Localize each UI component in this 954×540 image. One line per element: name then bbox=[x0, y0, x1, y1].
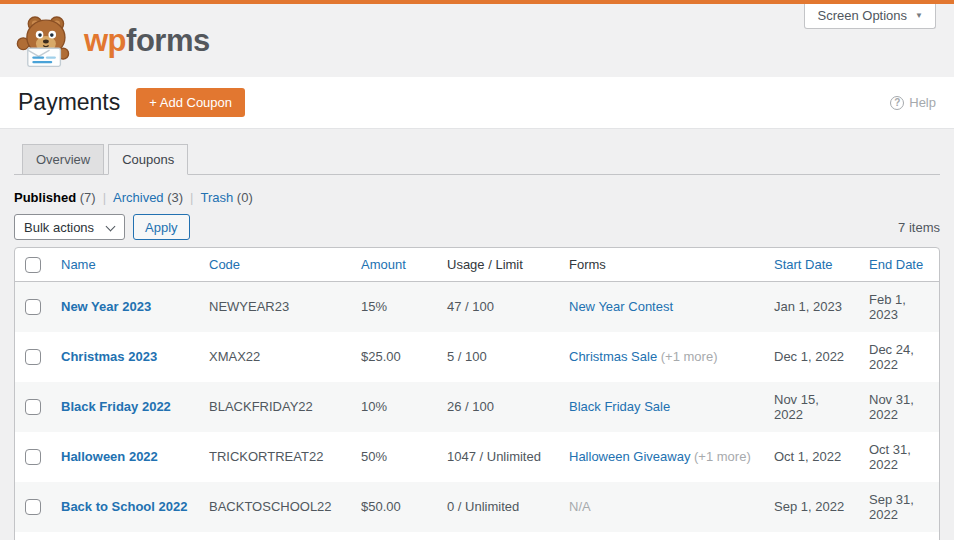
coupon-usage-cell: 47 / 100 bbox=[437, 281, 559, 332]
coupon-amount-cell: $50.00 bbox=[351, 482, 437, 532]
tab-coupons[interactable]: Coupons bbox=[108, 144, 188, 175]
coupon-code-cell: SUMMER22 bbox=[199, 532, 351, 540]
coupon-amount-cell: $25.00 bbox=[351, 332, 437, 382]
end-date-cell: Nov 31, 2022 bbox=[859, 382, 939, 432]
form-link[interactable]: Black Friday Sale bbox=[569, 399, 670, 414]
screen-options-button[interactable]: Screen Options ▼ bbox=[804, 4, 936, 29]
end-date-cell: Aug 31, 2022 bbox=[859, 532, 939, 540]
start-date-cell: Jan 1, 2023 bbox=[764, 281, 859, 332]
coupon-name-cell: New Year 2023 bbox=[51, 281, 199, 332]
coupon-amount-cell: 50% bbox=[351, 432, 437, 482]
bulk-actions-select[interactable]: Bulk actions bbox=[14, 214, 125, 240]
row-checkbox[interactable] bbox=[25, 499, 41, 515]
row-checkbox-cell bbox=[15, 532, 51, 540]
coupon-forms-cell: N/A bbox=[559, 482, 764, 532]
column-header-name: Name bbox=[51, 248, 199, 281]
end-date-cell: Feb 1, 2023 bbox=[859, 281, 939, 332]
coupon-forms-cell: New Year Contest bbox=[559, 281, 764, 332]
table-row: New Year 2023NEWYEAR2315%47 / 100New Yea… bbox=[15, 281, 939, 332]
row-checkbox[interactable] bbox=[25, 299, 41, 315]
help-link[interactable]: ? Help bbox=[890, 95, 936, 110]
column-header-usage-limit: Usage / Limit bbox=[437, 248, 559, 281]
tab-overview[interactable]: Overview bbox=[22, 144, 104, 175]
status-filter-links: Published (7)|Archived (3)|Trash (0) bbox=[14, 190, 940, 205]
page-header: Payments + Add Coupon ? Help bbox=[0, 77, 954, 129]
main-content: OverviewCoupons Published (7)|Archived (… bbox=[0, 144, 954, 540]
filter-count: (0) bbox=[237, 190, 253, 205]
row-checkbox-cell bbox=[15, 281, 51, 332]
wordmark-forms: forms bbox=[126, 23, 210, 58]
sort-link-name[interactable]: Name bbox=[61, 257, 96, 272]
start-date-cell: Jul 1, 2022 bbox=[764, 532, 859, 540]
coupon-name-cell: Black Friday 2022 bbox=[51, 382, 199, 432]
bulk-actions-value: Bulk actions bbox=[24, 220, 94, 235]
coupon-usage-cell: 0 / Unlimited bbox=[437, 482, 559, 532]
column-label: Forms bbox=[569, 257, 606, 272]
coupon-forms-cell: Black Friday Sale bbox=[559, 382, 764, 432]
end-date-cell: Dec 24, 2022 bbox=[859, 332, 939, 382]
coupon-name-link[interactable]: Black Friday 2022 bbox=[61, 399, 171, 414]
items-count: 7 items bbox=[898, 220, 940, 235]
table-row: Summer 2022SUMMER22$35.0076 / 100Summer … bbox=[15, 532, 939, 540]
toolbar-top: Bulk actions Apply 7 items bbox=[14, 214, 940, 240]
coupon-usage-cell: 26 / 100 bbox=[437, 382, 559, 432]
forms-muted-text: (+1 more) bbox=[694, 449, 751, 464]
row-checkbox-cell bbox=[15, 382, 51, 432]
sort-link-code[interactable]: Code bbox=[209, 257, 240, 272]
column-header-forms: Forms bbox=[559, 248, 764, 281]
coupons-table: NameCodeAmountUsage / LimitFormsStart Da… bbox=[15, 248, 939, 540]
page-title: Payments bbox=[18, 89, 120, 116]
end-date-cell: Sep 31, 2022 bbox=[859, 482, 939, 532]
table-body: New Year 2023NEWYEAR2315%47 / 100New Yea… bbox=[15, 281, 939, 540]
table-row: Christmas 2023XMAX22$25.005 / 100Christm… bbox=[15, 332, 939, 382]
form-link[interactable]: Christmas Sale bbox=[569, 349, 657, 364]
filter-published[interactable]: Published (7) bbox=[14, 190, 96, 205]
coupon-usage-cell: 76 / 100 bbox=[437, 532, 559, 540]
coupon-forms-cell: Summer Contest (+3 more) bbox=[559, 532, 764, 540]
start-date-cell: Sep 1, 2022 bbox=[764, 482, 859, 532]
apply-button[interactable]: Apply bbox=[133, 214, 190, 240]
start-date-cell: Oct 1, 2022 bbox=[764, 432, 859, 482]
tab-bar: OverviewCoupons bbox=[14, 144, 940, 175]
coupon-code-cell: TRICKORTREAT22 bbox=[199, 432, 351, 482]
sort-link-start-date[interactable]: Start Date bbox=[774, 257, 833, 272]
wpforms-wordmark: wpforms bbox=[84, 25, 210, 56]
help-label: Help bbox=[909, 95, 936, 110]
add-coupon-button[interactable]: + Add Coupon bbox=[136, 88, 245, 117]
filter-archived[interactable]: Archived (3) bbox=[113, 190, 183, 205]
row-checkbox-cell bbox=[15, 482, 51, 532]
table-row: Back to School 2022BACKTOSCHOOL22$50.000… bbox=[15, 482, 939, 532]
coupons-table-container: NameCodeAmountUsage / LimitFormsStart Da… bbox=[14, 247, 940, 540]
row-checkbox-cell bbox=[15, 332, 51, 382]
table-header-row: NameCodeAmountUsage / LimitFormsStart Da… bbox=[15, 248, 939, 281]
start-date-cell: Nov 15, 2022 bbox=[764, 382, 859, 432]
coupon-name-link[interactable]: New Year 2023 bbox=[61, 299, 151, 314]
sort-link-end-date[interactable]: End Date bbox=[869, 257, 923, 272]
coupon-name-link[interactable]: Back to School 2022 bbox=[61, 499, 187, 514]
column-header-start-date: Start Date bbox=[764, 248, 859, 281]
coupon-usage-cell: 5 / 100 bbox=[437, 332, 559, 382]
row-checkbox[interactable] bbox=[25, 399, 41, 415]
table-row: Black Friday 2022BLACKFRIDAY2210%26 / 10… bbox=[15, 382, 939, 432]
row-checkbox[interactable] bbox=[25, 449, 41, 465]
chevron-down-icon: ▼ bbox=[915, 12, 923, 20]
select-all-checkbox[interactable] bbox=[25, 257, 41, 273]
form-link[interactable]: Halloween Giveaway bbox=[569, 449, 690, 464]
table-head: NameCodeAmountUsage / LimitFormsStart Da… bbox=[15, 248, 939, 281]
column-header-amount: Amount bbox=[351, 248, 437, 281]
coupon-code-cell: BLACKFRIDAY22 bbox=[199, 382, 351, 432]
help-icon: ? bbox=[890, 96, 904, 110]
coupon-forms-cell: Halloween Giveaway (+1 more) bbox=[559, 432, 764, 482]
wpforms-mascot-icon bbox=[16, 13, 74, 69]
form-link[interactable]: New Year Contest bbox=[569, 299, 673, 314]
sort-link-amount[interactable]: Amount bbox=[361, 257, 406, 272]
filter-trash[interactable]: Trash (0) bbox=[201, 190, 253, 205]
row-checkbox[interactable] bbox=[25, 349, 41, 365]
coupon-amount-cell: $35.00 bbox=[351, 532, 437, 540]
filter-count: (3) bbox=[167, 190, 183, 205]
forms-muted-text: N/A bbox=[569, 499, 591, 514]
coupon-amount-cell: 10% bbox=[351, 382, 437, 432]
coupon-name-link[interactable]: Halloween 2022 bbox=[61, 449, 158, 464]
coupon-name-link[interactable]: Christmas 2023 bbox=[61, 349, 157, 364]
coupon-forms-cell: Christmas Sale (+1 more) bbox=[559, 332, 764, 382]
